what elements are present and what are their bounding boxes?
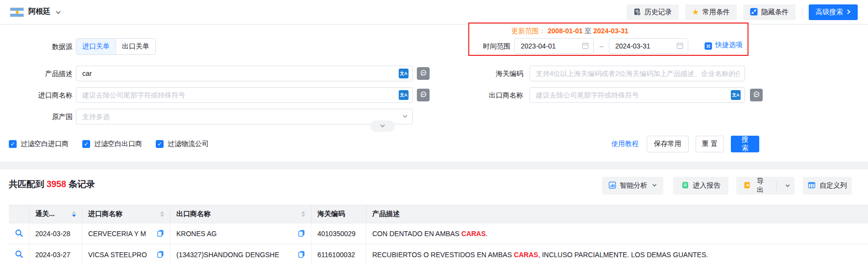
- filter-blank-importer-checkbox[interactable]: ✓ 过滤空白进口商: [9, 140, 69, 148]
- header-desc-label: 产品描述: [372, 210, 400, 218]
- hscode-value: 4010350029: [317, 230, 356, 238]
- update-range-line: 更新范围： 2008-01-01 至 2024-03-31: [511, 25, 628, 36]
- cell-hscode: 4010350029: [312, 223, 366, 244]
- topbar-actions: 历史记录 ★ 常用条件 隐藏条件 高级搜索: [627, 4, 858, 20]
- date-from-field[interactable]: [514, 38, 594, 54]
- table-row: 2024-03-28 CERVECERIA Y M KRONES AG 4010…: [9, 223, 868, 244]
- page: 阿根廷 历史记录 ★ 常用条件 隐藏条件 高级: [0, 0, 868, 266]
- smart-analysis-button[interactable]: 智能分析: [602, 177, 663, 194]
- importer-field[interactable]: 文A: [76, 87, 413, 103]
- hide-conditions-button[interactable]: 隐藏条件: [743, 4, 796, 20]
- header-importer[interactable]: 进口商名称: [82, 205, 170, 223]
- export-dropdown[interactable]: [781, 177, 795, 194]
- topbar-divider: [802, 7, 802, 18]
- copy-icon[interactable]: [298, 229, 305, 239]
- datasource-label: 数据源: [0, 38, 72, 55]
- date-value: 2024-03-27: [35, 251, 71, 259]
- desc-value: RECUBIERTOS O REVESTIDOS EN AMBAS CARAS,…: [372, 251, 708, 259]
- importer-exclude-button[interactable]: [417, 89, 430, 101]
- desc-value: CON DENTADO EN AMBAS CARAS.: [372, 230, 487, 238]
- keyword-highlight: CARAS: [461, 230, 486, 238]
- tutorial-link[interactable]: 使用教程: [611, 140, 639, 148]
- update-range-to: 至: [584, 27, 591, 35]
- cell-importer: VICSA STEELPRO: [82, 244, 170, 265]
- collapse-form-button[interactable]: [370, 121, 395, 132]
- country-chevron-down-icon[interactable]: [55, 9, 62, 17]
- advanced-search-label: 高级搜索: [816, 8, 843, 17]
- filter-checkbox-row: ✓ 过滤空白进口商 ✓ 过滤空白出口商 ✓ 过滤物流公司: [9, 140, 209, 148]
- results-summary-prefix: 共匹配到: [9, 179, 44, 189]
- history-icon: [633, 8, 641, 17]
- filter-label: 过滤物流公司: [168, 140, 209, 148]
- date-value: 2024-03-28: [35, 230, 71, 238]
- exporter-field[interactable]: 文A: [530, 87, 745, 103]
- translate-icon[interactable]: 文A: [399, 69, 409, 78]
- reset-button[interactable]: 重 置: [696, 136, 724, 152]
- chevron-down-icon: [651, 182, 657, 190]
- tab-import-declarations[interactable]: 进口关单: [76, 39, 116, 54]
- time-range-label: 时间范围: [466, 38, 510, 54]
- origin-select[interactable]: [76, 109, 413, 124]
- translate-icon[interactable]: 文A: [399, 90, 409, 100]
- magnifier-icon[interactable]: [15, 250, 24, 260]
- filter-label: 过滤空白进口商: [21, 140, 69, 148]
- quick-options-link[interactable]: 快捷选项: [715, 41, 743, 49]
- results-table: 通关... 进口商名称 出口商名称 海关编码 产品描述: [9, 205, 868, 265]
- export-button[interactable]: 导出: [736, 177, 795, 194]
- custom-columns-button[interactable]: 自定义列: [803, 177, 852, 194]
- origin-label: 原产国: [0, 109, 72, 124]
- hscode-input[interactable]: [535, 69, 741, 78]
- favorites-button[interactable]: ★ 常用条件: [685, 4, 737, 20]
- sort-icon[interactable]: [157, 211, 164, 217]
- header-desc: 产品描述: [366, 205, 868, 223]
- magnifier-icon[interactable]: [15, 229, 24, 239]
- calendar-icon: [676, 42, 684, 51]
- product-exclude-button[interactable]: [417, 67, 430, 80]
- copy-icon[interactable]: [298, 250, 305, 260]
- importer-input[interactable]: [81, 91, 396, 99]
- country-name: 阿根廷: [28, 7, 50, 16]
- header-importer-label: 进口商名称: [88, 210, 122, 218]
- enter-report-button[interactable]: 进入报告: [673, 177, 728, 194]
- enter-report-label: 进入报告: [693, 181, 721, 190]
- export-main[interactable]: 导出: [736, 177, 772, 194]
- exporter-exclude-button[interactable]: [750, 89, 763, 101]
- copy-icon[interactable]: [157, 250, 164, 260]
- header-hscode-label: 海关编码: [317, 210, 345, 218]
- save-common-button[interactable]: 保存常用: [647, 136, 689, 152]
- cell-importer: CERVECERIA Y M: [82, 223, 170, 244]
- calendar-icon: [581, 42, 589, 51]
- cell-exporter: KRONES AG: [170, 223, 312, 244]
- date-to-field[interactable]: [609, 38, 688, 54]
- advanced-search-button[interactable]: 高级搜索: [809, 4, 858, 20]
- translate-icon[interactable]: 文A: [731, 90, 741, 100]
- table-columns-icon: [808, 181, 816, 191]
- copy-icon[interactable]: [157, 229, 164, 239]
- history-button[interactable]: 历史记录: [627, 4, 679, 20]
- search-button[interactable]: 搜 索: [731, 136, 759, 152]
- cell-hscode: 6116100032: [312, 244, 366, 265]
- header-date-label: 通关...: [35, 210, 55, 218]
- argentina-flag-icon: [10, 7, 24, 17]
- report-icon: [681, 181, 689, 191]
- origin-input[interactable]: [81, 112, 399, 121]
- header-date[interactable]: 通关...: [29, 205, 82, 223]
- product-desc-field[interactable]: 文A: [76, 66, 413, 81]
- sort-icon[interactable]: [69, 211, 76, 217]
- header-exporter-label: 出口商名称: [176, 210, 211, 218]
- custom-columns-label: 自定义列: [820, 181, 847, 190]
- arrow-right-icon: [846, 8, 851, 16]
- filter-logistics-checkbox[interactable]: ✓ 过滤物流公司: [156, 140, 209, 148]
- tab-export-declarations[interactable]: 出口关单: [116, 39, 155, 54]
- exclude-icon: [419, 91, 427, 100]
- header-exporter[interactable]: 出口商名称: [170, 205, 312, 223]
- product-desc-input[interactable]: [81, 69, 396, 78]
- date-from-input[interactable]: [520, 42, 579, 50]
- update-range-end: 2024-03-31: [593, 27, 628, 35]
- date-to-input[interactable]: [614, 42, 673, 50]
- cell-date: 2024-03-28: [29, 223, 82, 244]
- sort-icon[interactable]: [298, 211, 305, 217]
- exporter-input[interactable]: [535, 91, 728, 99]
- filter-blank-exporter-checkbox[interactable]: ✓ 过滤空白出口商: [82, 140, 142, 148]
- hscode-field[interactable]: [530, 66, 745, 81]
